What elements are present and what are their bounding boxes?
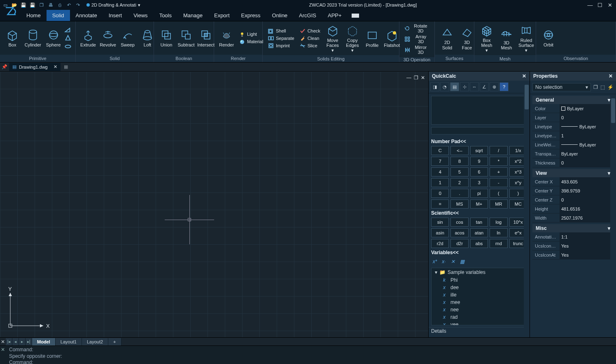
menu-app+[interactable]: APP+ [322,10,348,21]
mirror3d-button[interactable]: Mirror 3D [403,44,431,55]
menu-express[interactable]: Express [236,10,266,21]
shell-button[interactable]: Shell [266,27,296,35]
3dmesh-button[interactable]: 3DMesh [497,26,516,51]
numpad-btn-6[interactable]: 6 [470,167,488,176]
sci-btn-tan[interactable]: tan [470,218,488,227]
menu-arcgis[interactable]: ArcGIS [293,10,322,21]
numpad-btn-3[interactable]: 3 [470,178,488,187]
numpad-btn-4[interactable]: 4 [431,167,449,176]
select-objects-icon[interactable]: ⬚ [600,84,605,90]
app-logo[interactable] [2,2,21,21]
sci-btn-log[interactable]: log [490,218,507,227]
orbit-button[interactable]: Orbit [539,28,558,48]
prop-row-transpare[interactable]: Transpare...ByLayer [532,149,614,158]
variable-dee[interactable]: xdee [432,284,527,291]
close-icon[interactable]: ✕ [609,73,613,79]
union-button[interactable]: Union [157,28,175,48]
layout-tab-layout1[interactable]: Layout1 [56,338,82,345]
qc-distance-icon[interactable]: ↔ [470,82,479,91]
separate-button[interactable]: Separate [266,35,296,42]
menu-home[interactable]: Home [21,10,47,21]
variable-nee[interactable]: xnee [432,306,527,313]
flatshot-button[interactable]: Flatshot [383,28,401,49]
variable-rad[interactable]: xrad [432,313,527,321]
qat-save-icon[interactable]: 💾 [20,1,27,9]
group-header[interactable]: General▾ [532,96,614,104]
qc-angle-icon[interactable]: ∠ [480,82,489,91]
var-edit-icon[interactable]: x· [440,258,448,265]
qc-help-icon[interactable]: ? [499,82,509,91]
prop-row-ucsiconat[interactable]: UcsIconAtYes [532,250,614,260]
group-header[interactable]: View▾ [532,169,614,177]
numpad-btn-0[interactable]: 0 [431,189,449,198]
sci-btn-ln[interactable]: ln [490,228,507,237]
qc-clear-icon[interactable]: ◨ [430,82,439,91]
numpad-btn-sqrt[interactable]: sqrt [470,146,488,155]
numpad-btn-MS[interactable]: MS [450,199,468,209]
prop-row-color[interactable]: ColorByLayer [532,104,614,113]
rotate3d-button[interactable]: Rotate 3D [403,23,431,34]
layout-close-icon[interactable]: ✕ [0,339,6,345]
document-tab[interactable]: ▤ Drawing1.dwg ✕ [9,63,61,71]
prop-row-ucsiconon[interactable]: UcsIconOnYes [532,241,614,250]
numpad-btn-MR[interactable]: MR [490,199,507,209]
workspace-selector[interactable]: 2D Drafting & Annotati ▾ [86,2,140,8]
quickcalc-scrollbar[interactable] [524,81,530,337]
menu-tools[interactable]: Tools [154,10,177,21]
numpad-btn-1[interactable]: 1 [431,178,449,187]
qc-getcoord-icon[interactable]: ⊹ [460,82,469,91]
torus-icon[interactable] [64,43,72,50]
extrude-button[interactable]: Extrude [79,28,97,48]
sci-btn-asin[interactable]: asin [431,228,449,237]
minimize-button[interactable]: — [586,1,595,9]
menu-collapse-icon[interactable] [352,14,359,18]
numpad-btn-C[interactable]: C [431,146,449,155]
qat-redo-icon[interactable]: ↷ [74,1,82,9]
menu-export[interactable]: Export [208,10,236,21]
qat-plot-icon[interactable]: ⎙ [56,1,63,9]
material-button[interactable]: Material [237,38,265,46]
sci-btn-d2r[interactable]: d2r [450,239,468,248]
quickcalc-header[interactable]: QuickCalc ✕ [429,72,530,81]
var-new-icon[interactable]: x* [431,258,439,265]
numpad-header[interactable]: Number Pad<< [429,137,530,146]
canvas-restore-icon[interactable]: ❐ [414,75,418,81]
numpad-btn-7[interactable]: 7 [431,157,449,166]
sci-btn-atan[interactable]: atan [470,228,488,237]
3dface-button[interactable]: 3DFace [458,25,476,51]
profile-button[interactable]: Profile [363,28,381,49]
sci-btn-sin[interactable]: sin [431,218,449,227]
prop-row-height[interactable]: Height481.6516 [532,204,614,213]
qc-paste-icon[interactable]: ▤ [450,82,459,91]
selection-dropdown[interactable]: No selection ▾ [532,83,591,91]
menu-insert[interactable]: Insert [103,10,128,21]
layout-add-button[interactable]: + [108,338,121,345]
variable-ille[interactable]: xille [432,291,527,299]
numpad-btn-[interactable]: ( [490,189,507,198]
numpad-btn-[interactable]: . [450,189,468,198]
qat-saveall-icon[interactable]: ❐ [38,1,45,9]
scientific-header[interactable]: Scientific<< [429,209,530,218]
menu-solid[interactable]: Solid [47,10,70,21]
subtract-button[interactable]: Subtract [177,28,195,48]
prop-row-linetypes[interactable]: LinetypeS...1 [532,131,614,140]
numpad-btn-pi[interactable]: pi [470,189,488,198]
movefaces-button[interactable]: Move Faces ▾ [324,23,342,53]
variables-header[interactable]: Variables<< [429,248,530,257]
cylinder-button[interactable]: Cylinder [23,28,43,48]
ruledsurface-button[interactable]: RuledSurface ▾ [517,23,535,53]
quickcalc-input[interactable] [431,127,527,134]
numpad-btn-[interactable]: + [490,167,507,176]
menu-annotate[interactable]: Annotate [70,10,103,21]
doctab-pin[interactable]: 📌 [0,63,9,71]
numpad-btn-[interactable]: - [490,178,507,187]
variable-vee[interactable]: xvee [432,321,527,325]
prop-row-layer[interactable]: Layer0 [532,113,614,122]
sci-btn-cos[interactable]: cos [450,218,468,227]
sweep-button[interactable]: Sweep [119,28,137,48]
qat-saveas-icon[interactable]: 💾 [29,1,36,9]
variable-mee[interactable]: xmee [432,299,527,306]
light-button[interactable]: Light [237,31,265,38]
layout-tab-layout2[interactable]: Layout2 [82,338,108,345]
slice-button[interactable]: Slice [298,42,322,49]
